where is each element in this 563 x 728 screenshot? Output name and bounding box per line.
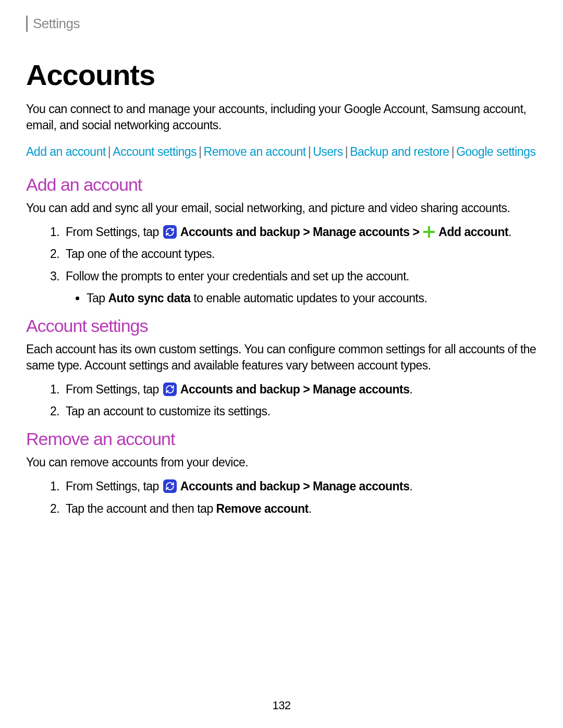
- step-1: From Settings, tap Accounts and backup >…: [63, 478, 537, 495]
- sub-prefix: Tap: [87, 291, 108, 305]
- sub-item: Tap Auto sync data to enable automatic u…: [87, 290, 537, 306]
- toc-link-add-account[interactable]: Add an account: [26, 145, 106, 158]
- section-desc-add-account: You can add and sync all your email, soc…: [26, 200, 537, 216]
- toc-separator: |: [106, 145, 113, 158]
- step-sep: >: [410, 225, 423, 239]
- toc-separator: |: [197, 145, 203, 158]
- toc-link-remove-account[interactable]: Remove an account: [204, 145, 306, 158]
- toc-separator: |: [449, 145, 456, 158]
- step-bold: Manage accounts: [313, 225, 410, 239]
- step-sep: >: [300, 479, 313, 493]
- section-title-account-settings: Account settings: [26, 316, 537, 336]
- plus-icon: [423, 226, 435, 238]
- toc-link-backup-restore[interactable]: Backup and restore: [350, 145, 449, 158]
- table-of-contents: Add an account|Account settings|Remove a…: [26, 144, 537, 160]
- step-bold: Remove account: [216, 502, 309, 515]
- step-prefix: Tap the account and then tap: [66, 502, 216, 515]
- step-bold: Accounts and backup: [178, 225, 300, 239]
- toc-separator: |: [343, 145, 350, 158]
- toc-link-account-settings[interactable]: Account settings: [113, 145, 197, 158]
- step-2: Tap the account and then tap Remove acco…: [63, 500, 537, 517]
- step-sep: >: [300, 382, 313, 396]
- sub-list: Tap Auto sync data to enable automatic u…: [66, 290, 537, 306]
- step-period: .: [508, 225, 511, 239]
- step-text: From Settings, tap: [66, 225, 162, 239]
- steps-remove-account: From Settings, tap Accounts and backup >…: [26, 478, 537, 516]
- sub-bold: Auto sync data: [108, 291, 190, 305]
- sync-icon: [163, 225, 177, 239]
- step-1: From Settings, tap Accounts and backup >…: [63, 224, 537, 240]
- step-text: From Settings, tap: [66, 382, 162, 396]
- step-bold: Manage accounts: [313, 479, 410, 493]
- section-title-add-account: Add an account: [26, 175, 537, 195]
- step-2: Tap an account to customize its settings…: [63, 403, 537, 419]
- steps-account-settings: From Settings, tap Accounts and backup >…: [26, 381, 537, 419]
- step-1: From Settings, tap Accounts and backup >…: [63, 381, 537, 398]
- sub-suffix: to enable automatic updates to your acco…: [190, 291, 427, 305]
- step-bold: Accounts and backup: [178, 382, 300, 396]
- sync-icon: [163, 479, 177, 493]
- breadcrumb-wrap: Settings: [26, 16, 537, 32]
- step-bold: Manage accounts: [313, 382, 410, 396]
- step-period: .: [410, 479, 413, 493]
- step-text: Follow the prompts to enter your credent…: [66, 269, 409, 283]
- step-period: .: [309, 502, 312, 515]
- page-number: 132: [0, 699, 563, 712]
- step-bold: Accounts and backup: [178, 479, 300, 493]
- step-3: Follow the prompts to enter your credent…: [63, 268, 537, 306]
- section-desc-account-settings: Each account has its own custom settings…: [26, 341, 537, 374]
- step-2: Tap one of the account types.: [63, 245, 537, 262]
- steps-add-account: From Settings, tap Accounts and backup >…: [26, 224, 537, 306]
- step-period: .: [410, 382, 413, 396]
- step-bold: Add account: [436, 225, 508, 239]
- sync-icon: [163, 382, 177, 396]
- toc-link-users[interactable]: Users: [313, 145, 343, 158]
- step-text: From Settings, tap: [66, 479, 162, 493]
- section-title-remove-account: Remove an account: [26, 429, 537, 449]
- page-title: Accounts: [26, 58, 537, 92]
- step-sep: >: [300, 225, 313, 239]
- toc-separator: |: [306, 145, 313, 158]
- toc-link-google-settings[interactable]: Google settings: [456, 145, 535, 158]
- breadcrumb: Settings: [33, 16, 537, 32]
- section-desc-remove-account: You can remove accounts from your device…: [26, 454, 537, 471]
- intro-paragraph: You can connect to and manage your accou…: [26, 101, 537, 133]
